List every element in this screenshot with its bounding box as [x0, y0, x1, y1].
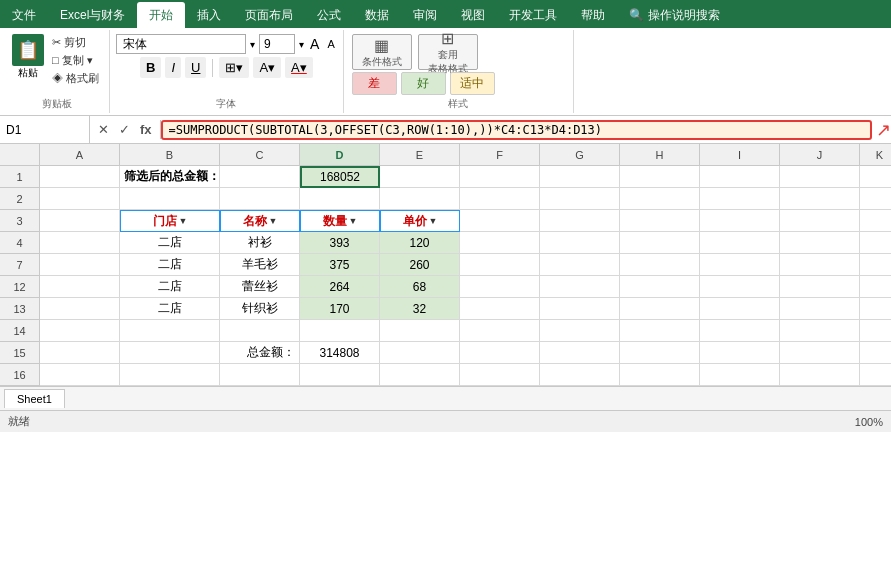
formula-input[interactable]: =SUMPRODUCT(SUBTOTAL(3,OFFSET(C3,ROW(1:1… — [161, 120, 872, 140]
cell-k14[interactable] — [860, 320, 891, 342]
cell-e4[interactable]: 120 — [380, 232, 460, 254]
cell-d12[interactable]: 264 — [300, 276, 380, 298]
cell-g13[interactable] — [540, 298, 620, 320]
cell-c1[interactable] — [220, 166, 300, 188]
tab-search[interactable]: 🔍 操作说明搜索 — [617, 2, 732, 28]
confirm-formula-button[interactable]: ✓ — [115, 120, 134, 139]
cell-d1[interactable]: 168052 — [300, 166, 380, 188]
tab-excel-finance[interactable]: Excel与财务 — [48, 2, 137, 28]
cell-i3[interactable] — [700, 210, 780, 232]
cell-i13[interactable] — [700, 298, 780, 320]
italic-button[interactable]: I — [165, 57, 181, 78]
cell-c13[interactable]: 针织衫 — [220, 298, 300, 320]
cell-f1[interactable] — [460, 166, 540, 188]
cell-e13[interactable]: 32 — [380, 298, 460, 320]
cell-j3[interactable] — [780, 210, 860, 232]
row-header-14[interactable]: 14 — [0, 320, 40, 342]
col-header-b[interactable]: B — [120, 144, 220, 166]
col-header-g[interactable]: G — [540, 144, 620, 166]
cell-g15[interactable] — [540, 342, 620, 364]
cell-d16[interactable] — [300, 364, 380, 386]
col-header-k[interactable]: K — [860, 144, 891, 166]
cell-d3[interactable]: 数量 ▼ — [300, 210, 380, 232]
cell-i14[interactable] — [700, 320, 780, 342]
filter-btn-c3[interactable]: ▼ — [269, 216, 278, 226]
underline-button[interactable]: U — [185, 57, 206, 78]
cell-g14[interactable] — [540, 320, 620, 342]
cell-d13[interactable]: 170 — [300, 298, 380, 320]
cell-c14[interactable] — [220, 320, 300, 342]
tab-insert[interactable]: 插入 — [185, 2, 233, 28]
cancel-formula-button[interactable]: ✕ — [94, 120, 113, 139]
tab-review[interactable]: 审阅 — [401, 2, 449, 28]
format-brush-button[interactable]: ◈ 格式刷 — [50, 70, 101, 87]
cell-e12[interactable]: 68 — [380, 276, 460, 298]
cell-f3[interactable] — [460, 210, 540, 232]
col-header-a[interactable]: A — [40, 144, 120, 166]
cell-b1[interactable]: 筛选后的总金额： — [120, 166, 220, 188]
cell-i1[interactable] — [700, 166, 780, 188]
cell-e2[interactable] — [380, 188, 460, 210]
cell-e7[interactable]: 260 — [380, 254, 460, 276]
cell-g1[interactable] — [540, 166, 620, 188]
bold-button[interactable]: B — [140, 57, 161, 78]
tab-help[interactable]: 帮助 — [569, 2, 617, 28]
cell-k16[interactable] — [860, 364, 891, 386]
row-header-13[interactable]: 13 — [0, 298, 40, 320]
cell-c15[interactable]: 总金额： — [220, 342, 300, 364]
row-header-3[interactable]: 3 — [0, 210, 40, 232]
cell-j15[interactable] — [780, 342, 860, 364]
cell-b12[interactable]: 二店 — [120, 276, 220, 298]
cell-j12[interactable] — [780, 276, 860, 298]
cell-j2[interactable] — [780, 188, 860, 210]
row-header-2[interactable]: 2 — [0, 188, 40, 210]
cell-k13[interactable] — [860, 298, 891, 320]
cell-d7[interactable]: 375 — [300, 254, 380, 276]
cell-i16[interactable] — [700, 364, 780, 386]
style-neutral-button[interactable]: 适中 — [450, 72, 495, 95]
cell-i15[interactable] — [700, 342, 780, 364]
cell-k2[interactable] — [860, 188, 891, 210]
cell-h15[interactable] — [620, 342, 700, 364]
row-header-15[interactable]: 15 — [0, 342, 40, 364]
cell-d14[interactable] — [300, 320, 380, 342]
cell-i7[interactable] — [700, 254, 780, 276]
cell-h16[interactable] — [620, 364, 700, 386]
cell-h14[interactable] — [620, 320, 700, 342]
cell-h4[interactable] — [620, 232, 700, 254]
cell-h12[interactable] — [620, 276, 700, 298]
cell-e3[interactable]: 单价 ▼ — [380, 210, 460, 232]
cell-j4[interactable] — [780, 232, 860, 254]
cell-d2[interactable] — [300, 188, 380, 210]
cell-j14[interactable] — [780, 320, 860, 342]
cell-k7[interactable] — [860, 254, 891, 276]
cell-f13[interactable] — [460, 298, 540, 320]
tab-view[interactable]: 视图 — [449, 2, 497, 28]
col-header-d[interactable]: D — [300, 144, 380, 166]
font-name-input[interactable] — [116, 34, 246, 54]
cell-b15[interactable] — [120, 342, 220, 364]
cell-g12[interactable] — [540, 276, 620, 298]
cell-f12[interactable] — [460, 276, 540, 298]
cell-b4[interactable]: 二店 — [120, 232, 220, 254]
cell-e14[interactable] — [380, 320, 460, 342]
row-header-4[interactable]: 4 — [0, 232, 40, 254]
col-header-e[interactable]: E — [380, 144, 460, 166]
cut-button[interactable]: ✂ 剪切 — [50, 34, 101, 51]
style-bad-button[interactable]: 差 — [352, 72, 397, 95]
cell-b14[interactable] — [120, 320, 220, 342]
tab-page-layout[interactable]: 页面布局 — [233, 2, 305, 28]
tab-developer[interactable]: 开发工具 — [497, 2, 569, 28]
tab-formula[interactable]: 公式 — [305, 2, 353, 28]
cell-h1[interactable] — [620, 166, 700, 188]
font-name-dropdown-icon[interactable]: ▾ — [250, 39, 255, 50]
cell-k4[interactable] — [860, 232, 891, 254]
cell-g3[interactable] — [540, 210, 620, 232]
cell-e1[interactable] — [380, 166, 460, 188]
cell-d4[interactable]: 393 — [300, 232, 380, 254]
cell-a3[interactable] — [40, 210, 120, 232]
tab-file[interactable]: 文件 — [0, 2, 48, 28]
font-color-button[interactable]: A▾ — [285, 57, 313, 78]
cell-f14[interactable] — [460, 320, 540, 342]
col-header-i[interactable]: I — [700, 144, 780, 166]
